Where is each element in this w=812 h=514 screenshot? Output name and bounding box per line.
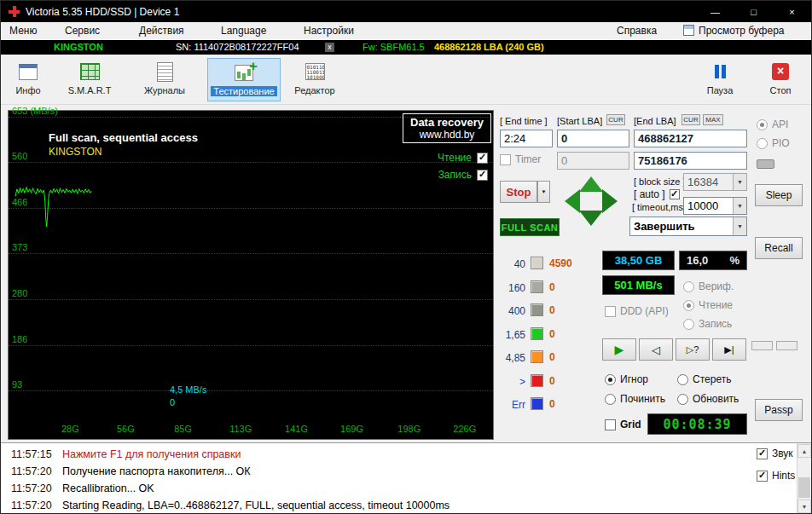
pio-mode-radio[interactable]: PIO — [757, 137, 790, 149]
seek-right-arrow[interactable] — [602, 189, 618, 213]
seek-question-button[interactable]: ▷? — [676, 338, 710, 361]
menu-item-buffer-view[interactable]: Просмотр буфера — [699, 25, 785, 37]
close-button[interactable]: × — [773, 1, 811, 22]
defect-repair-radio[interactable]: Починить — [605, 393, 665, 405]
scrollbar-thumb[interactable] — [798, 477, 810, 498]
write-checkbox[interactable] — [477, 170, 488, 181]
bucket-count: 0 — [549, 328, 555, 340]
read-overlay-toggle[interactable]: Чтение — [438, 152, 488, 164]
timeout-select[interactable]: 10000▼ — [683, 197, 747, 215]
stop-test-button[interactable]: Stop — [500, 181, 537, 203]
bucket-color-button[interactable] — [531, 327, 543, 340]
toolbar-smart-button[interactable]: S.M.A.R.T — [62, 58, 117, 101]
hints-checkbox[interactable] — [757, 471, 768, 482]
grid-toggle[interactable]: Grid — [605, 419, 641, 430]
timer-toggle[interactable]: Timer — [500, 153, 541, 165]
grid-checkbox[interactable] — [605, 419, 616, 430]
sound-toggle[interactable]: Звук — [757, 448, 793, 459]
bucket-color-button[interactable] — [531, 397, 543, 410]
mini-button-1[interactable] — [751, 341, 773, 350]
timer-checkbox[interactable] — [500, 154, 511, 165]
data-recovery-badge: Data recovery www.hdd.by — [403, 113, 491, 143]
end-lba-field[interactable]: 468862127 — [634, 130, 747, 147]
device-tab-close-icon[interactable]: x — [325, 43, 334, 52]
toolbar-editor-button[interactable]: 010110110011101000 Редактор — [287, 58, 342, 101]
stop-toolbar-button[interactable]: × Стоп — [757, 58, 804, 101]
bucket-label: Err — [500, 399, 525, 411]
toolbar-testing-button[interactable]: Тестирование — [207, 58, 281, 101]
speed-bucket-row: 1600 — [500, 280, 594, 304]
ddd-checkbox[interactable] — [605, 306, 616, 317]
scan-mode-indicator[interactable]: FULL SCAN — [500, 218, 560, 236]
sound-checkbox[interactable] — [757, 448, 768, 459]
minimize-button[interactable]: — — [696, 1, 734, 22]
hex-editor-icon: 010110110011101000 — [304, 61, 326, 83]
scroll-down-icon[interactable]: ▼ — [798, 500, 811, 513]
log-timestamp: 11:57:20 — [11, 500, 52, 511]
device-firmware: Fw: SBFM61.5 — [362, 42, 425, 52]
seek-arrows — [565, 175, 618, 228]
api-mode-radio[interactable]: API — [757, 118, 788, 130]
sleep-button[interactable]: Sleep — [755, 184, 803, 206]
log-message: Получение паспорта накопителя... ОК — [62, 465, 251, 477]
mode-verify-radio[interactable]: Вериф. — [683, 280, 734, 292]
speed-bucket-row: 1,650 — [500, 327, 594, 351]
ddd-api-toggle[interactable]: DDD (API) — [605, 305, 669, 317]
journal-icon — [154, 61, 176, 83]
recall-button[interactable]: Recall — [755, 237, 803, 259]
current-lba-field[interactable]: 75186176 — [634, 152, 747, 170]
bucket-count: 0 — [549, 351, 555, 363]
app-window: Victoria 5.35 HDD/SSD | Device 1 — □ × М… — [0, 0, 812, 514]
seek-back-button[interactable]: ◁ — [639, 338, 673, 361]
menu-item-service[interactable]: Сервис — [65, 25, 100, 37]
end-lba-cur-button[interactable]: CUR — [682, 114, 700, 125]
start-lba-field[interactable]: 0 — [557, 130, 629, 147]
defect-ignore-radio[interactable]: Игнор — [605, 373, 648, 385]
menu-item-actions[interactable]: Действия — [139, 25, 184, 37]
menu-item-settings[interactable]: Настройки — [304, 25, 354, 37]
log-scrollbar[interactable]: ▲ ▼ — [797, 443, 811, 513]
seek-left-arrow[interactable] — [565, 189, 580, 213]
back-arrow-icon: ◁ — [652, 344, 660, 356]
defect-erase-radio[interactable]: Стереть — [677, 373, 731, 385]
seek-end-button[interactable]: ▶| — [712, 338, 746, 361]
bucket-color-button[interactable] — [531, 257, 543, 269]
pause-button[interactable]: Пауза — [699, 58, 741, 101]
end-lba-max-button[interactable]: MAX — [703, 114, 723, 125]
end-time-field[interactable]: 2:24 — [500, 130, 553, 147]
after-scan-action-select[interactable]: Завершить▼ — [629, 217, 747, 236]
seek-up-arrow[interactable] — [579, 176, 603, 192]
start-lba-cur-button[interactable]: CUR — [606, 114, 625, 125]
bucket-color-button[interactable] — [531, 280, 543, 293]
auto-checkbox[interactable] — [670, 189, 680, 199]
menu-item-help[interactable]: Справка — [617, 25, 657, 37]
forward-question-icon: ▷? — [687, 344, 699, 355]
cursor-readout: 4,5 MB/s 0 — [170, 384, 206, 409]
block-size-select[interactable]: 16384▼ — [683, 173, 747, 191]
write-overlay-toggle[interactable]: Запись — [438, 169, 488, 181]
read-checkbox[interactable] — [477, 153, 488, 164]
scroll-up-icon[interactable]: ▲ — [798, 444, 811, 458]
graph-drive-label: KINGSTON — [49, 146, 102, 158]
mode-write-radio[interactable]: Запись — [683, 318, 732, 330]
toolbar-info-button[interactable]: Инфо — [8, 58, 49, 101]
speed-bucket-row: 4000 — [500, 303, 594, 327]
defect-refresh-radio[interactable]: Обновить — [677, 393, 739, 405]
scan-graph[interactable]: 653 (MB/s)5604663732801869328G56G85G113G… — [8, 110, 494, 440]
maximize-button[interactable]: □ — [734, 1, 773, 22]
menu-item-language[interactable]: Language — [221, 25, 266, 37]
seek-down-arrow[interactable] — [579, 211, 603, 226]
start-test-button[interactable]: ▶ — [602, 338, 636, 361]
bucket-color-button[interactable] — [531, 350, 543, 363]
bucket-color-button[interactable] — [531, 303, 543, 316]
mode-read-radio[interactable]: Чтение — [683, 299, 733, 311]
stop-dropdown-arrow[interactable]: ▼ — [537, 181, 550, 203]
auto-block-toggle[interactable]: [ auto ] — [634, 188, 680, 200]
mini-button-2[interactable] — [776, 341, 798, 350]
toolbar-journals-button[interactable]: Журналы — [134, 58, 195, 101]
bucket-count: 4590 — [549, 257, 572, 269]
hints-toggle[interactable]: Hints — [757, 470, 795, 482]
passport-button[interactable]: Passp — [755, 399, 803, 421]
menu-item-menu[interactable]: Меню — [9, 25, 37, 37]
bucket-color-button[interactable] — [531, 374, 543, 387]
